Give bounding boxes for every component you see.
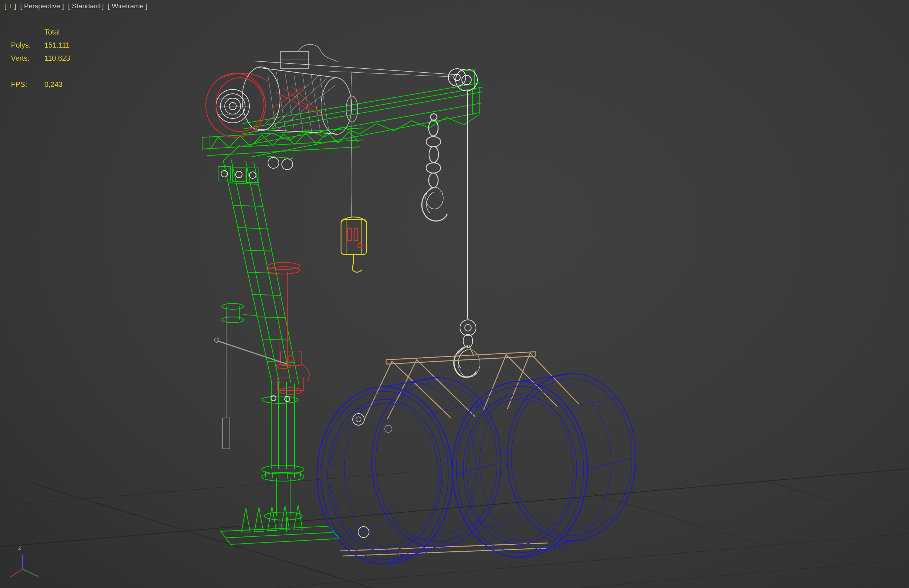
red-lever-assembly[interactable] [268,262,309,394]
stats-polys-row: Polys: 151.111 [11,39,70,52]
stats-verts-value: 110.623 [44,52,70,65]
viewport-statistics: Total Polys: 151.111 Verts: 110.623 FPS:… [11,26,70,91]
crane-wireframe[interactable] [202,70,482,544]
viewport-menu-shading-standard[interactable]: [ Standard ] [68,2,104,10]
stats-header: Total [44,26,60,39]
pendant-cable [351,70,352,218]
axis-z-label: z [18,544,21,552]
pendant-buttons [348,228,362,248]
pipe-right[interactable] [452,373,636,557]
chain-hook[interactable] [422,114,447,221]
viewport-menu-general[interactable]: [ + ] [4,2,16,10]
viewport-label-bar: [ + ] [ Perspective ] [ Standard ] [ Wir… [4,2,149,10]
ground-grid [0,469,909,588]
stats-verts-row: Verts: 110.623 [11,52,70,65]
stats-header-spacer [11,26,44,39]
x-axis [10,569,23,577]
stats-verts-label: Verts: [11,52,44,65]
stats-fps-row: FPS: 0,243 [11,78,70,91]
motor-hatching [265,72,336,134]
viewport-canvas[interactable] [0,0,909,588]
stats-fps-label: FPS: [11,78,44,91]
viewport-menu-pov[interactable]: [ Perspective ] [20,2,64,10]
motor-red-rings [206,73,323,137]
gray-rods[interactable] [215,308,287,449]
stats-polys-value: 151.111 [44,39,70,52]
hook-block[interactable] [454,91,480,377]
y-axis [23,569,38,577]
pipes-wireframe[interactable] [317,373,636,564]
axis-tripod [10,554,38,577]
3d-viewport[interactable]: [ + ] [ Perspective ] [ Standard ] [ Wir… [0,0,909,588]
stats-fps-value: 0,243 [44,78,63,91]
pendant-control[interactable] [341,70,367,272]
viewport-menu-shading-wireframe[interactable]: [ Wireframe ] [108,2,148,10]
stats-polys-label: Polys: [11,39,44,52]
stats-header-row: Total [11,26,70,39]
